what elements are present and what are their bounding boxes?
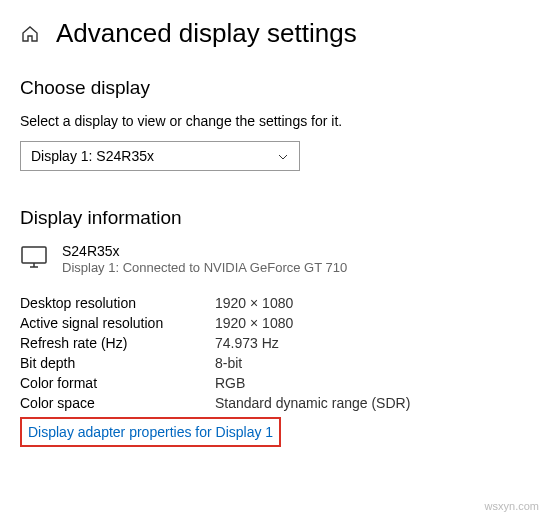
- info-label: Active signal resolution: [20, 315, 215, 331]
- info-value: 74.973 Hz: [215, 335, 279, 351]
- info-value: Standard dynamic range (SDR): [215, 395, 410, 411]
- svg-rect-0: [22, 247, 46, 263]
- info-label: Bit depth: [20, 355, 215, 371]
- table-row: Desktop resolution 1920 × 1080: [20, 293, 529, 313]
- display-information-heading: Display information: [20, 207, 529, 229]
- adapter-properties-link[interactable]: Display adapter properties for Display 1: [28, 424, 273, 440]
- display-name: S24R35x: [62, 243, 347, 259]
- display-select-dropdown[interactable]: Display 1: S24R35x: [20, 141, 300, 171]
- table-row: Color format RGB: [20, 373, 529, 393]
- chevron-down-icon: [277, 150, 289, 162]
- info-label: Desktop resolution: [20, 295, 215, 311]
- table-row: Active signal resolution 1920 × 1080: [20, 313, 529, 333]
- info-label: Color format: [20, 375, 215, 391]
- display-connection: Display 1: Connected to NVIDIA GeForce G…: [62, 260, 347, 275]
- info-value: 8-bit: [215, 355, 242, 371]
- table-row: Color space Standard dynamic range (SDR): [20, 393, 529, 413]
- info-label: Color space: [20, 395, 215, 411]
- home-icon[interactable]: [20, 24, 40, 44]
- choose-display-heading: Choose display: [20, 77, 529, 99]
- table-row: Bit depth 8-bit: [20, 353, 529, 373]
- highlighted-link-box: Display adapter properties for Display 1: [20, 417, 281, 447]
- choose-display-instruction: Select a display to view or change the s…: [20, 113, 529, 129]
- monitor-icon: [20, 245, 48, 269]
- page-title: Advanced display settings: [56, 18, 357, 49]
- display-info-table: Desktop resolution 1920 × 1080 Active si…: [20, 293, 529, 413]
- table-row: Refresh rate (Hz) 74.973 Hz: [20, 333, 529, 353]
- info-value: 1920 × 1080: [215, 295, 293, 311]
- info-value: 1920 × 1080: [215, 315, 293, 331]
- info-value: RGB: [215, 375, 245, 391]
- info-label: Refresh rate (Hz): [20, 335, 215, 351]
- watermark: wsxyn.com: [485, 500, 539, 512]
- display-select-value: Display 1: S24R35x: [31, 148, 154, 164]
